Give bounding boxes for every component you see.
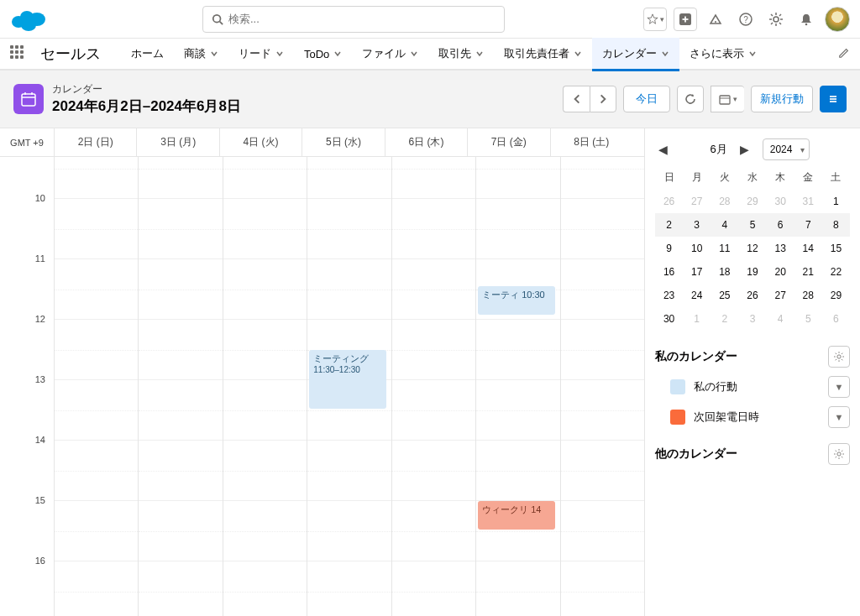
chevron-down-icon <box>574 50 582 58</box>
next-week-button[interactable] <box>590 86 616 112</box>
nav-item-8[interactable]: さらに表示 <box>679 38 767 70</box>
calendar-color-swatch <box>670 379 685 394</box>
app-launcher-icon[interactable] <box>10 45 27 62</box>
mini-day[interactable]: 24 <box>683 284 711 307</box>
salesforce-logo[interactable] <box>10 7 47 32</box>
edit-nav-icon[interactable] <box>838 47 850 61</box>
day-column-3[interactable]: ミーティング11:30–12:30 <box>307 157 391 616</box>
mini-day[interactable]: 29 <box>822 284 850 307</box>
mini-day[interactable]: 16 <box>655 260 683 284</box>
nav-item-1[interactable]: 商談 <box>174 38 228 70</box>
svg-line-39 <box>836 359 836 360</box>
calendar-item-menu[interactable]: ▼ <box>828 406 850 428</box>
nav-item-6[interactable]: 取引先責任者 <box>494 38 592 70</box>
svg-line-20 <box>771 23 773 24</box>
calendar-event[interactable]: ミーティング11:30–12:30 <box>309 350 385 409</box>
my-calendars-settings[interactable] <box>828 346 850 368</box>
mini-day[interactable]: 6 <box>767 213 794 237</box>
mini-day[interactable]: 11 <box>711 237 738 260</box>
mini-day[interactable]: 6 <box>822 307 850 331</box>
mini-day[interactable]: 3 <box>683 213 711 237</box>
new-event-button[interactable]: 新規行動 <box>751 86 813 112</box>
notifications-bell-icon[interactable] <box>794 8 818 31</box>
mini-day[interactable]: 4 <box>767 307 794 331</box>
svg-line-46 <box>836 451 836 452</box>
today-button[interactable]: 今日 <box>623 86 670 112</box>
prev-week-button[interactable] <box>563 86 590 112</box>
chevron-down-icon <box>748 50 757 58</box>
nav-item-0[interactable]: ホーム <box>121 38 174 70</box>
svg-point-32 <box>837 355 841 358</box>
other-calendars-settings[interactable] <box>828 443 850 465</box>
mini-day[interactable]: 27 <box>767 284 794 307</box>
calendar-event[interactable]: ミーティ 10:30 <box>478 286 554 315</box>
user-avatar[interactable] <box>825 7 850 32</box>
nav-item-7[interactable]: カレンダー <box>592 38 679 70</box>
add-button[interactable] <box>674 8 697 31</box>
global-search[interactable] <box>202 6 505 33</box>
mini-day[interactable]: 5 <box>794 307 822 331</box>
mini-day[interactable]: 2 <box>711 307 738 331</box>
mini-day[interactable]: 2 <box>655 213 683 237</box>
nav-item-5[interactable]: 取引先 <box>428 38 494 70</box>
day-column-1[interactable] <box>138 157 222 616</box>
mini-day[interactable]: 19 <box>738 260 766 284</box>
side-panel-toggle[interactable] <box>820 86 847 112</box>
mini-day[interactable]: 1 <box>822 190 850 213</box>
refresh-button[interactable] <box>677 86 704 112</box>
calendar-entity-icon <box>13 84 44 114</box>
mini-day[interactable]: 10 <box>683 237 711 260</box>
mini-day[interactable]: 17 <box>683 260 711 284</box>
mini-day[interactable]: 4 <box>711 213 738 237</box>
favorites-button[interactable]: ▾ <box>643 8 667 31</box>
nav-item-3[interactable]: ToDo <box>294 38 352 70</box>
guidance-icon[interactable] <box>704 8 727 31</box>
mini-prev-month[interactable]: ◀ <box>655 142 670 157</box>
time-label-11: 11 <box>35 253 45 264</box>
day-column-0[interactable] <box>54 157 138 616</box>
mini-day[interactable]: 15 <box>822 237 850 260</box>
mini-day[interactable]: 21 <box>794 260 822 284</box>
mini-day[interactable]: 26 <box>738 284 766 307</box>
help-icon[interactable]: ? <box>734 8 758 31</box>
mini-day[interactable]: 27 <box>683 190 711 213</box>
calendar-item-menu[interactable]: ▼ <box>828 376 850 398</box>
mini-day[interactable]: 31 <box>794 190 822 213</box>
calendar-event[interactable]: ウィークリ 14 <box>478 501 554 530</box>
mini-day[interactable]: 26 <box>655 190 683 213</box>
mini-day[interactable]: 14 <box>794 237 822 260</box>
nav-item-4[interactable]: ファイル <box>352 38 428 70</box>
mini-day[interactable]: 28 <box>711 190 738 213</box>
mini-day[interactable]: 5 <box>738 213 766 237</box>
mini-day[interactable]: 1 <box>683 307 711 331</box>
mini-day[interactable]: 29 <box>738 190 766 213</box>
day-column-4[interactable] <box>391 157 475 616</box>
mini-day[interactable]: 30 <box>655 307 683 331</box>
mini-day[interactable]: 12 <box>738 237 766 260</box>
year-selector[interactable]: 2024 <box>763 138 810 160</box>
mini-next-month[interactable]: ▶ <box>737 142 752 157</box>
mini-day[interactable]: 28 <box>794 284 822 307</box>
mini-day[interactable]: 18 <box>711 260 738 284</box>
mini-day[interactable]: 30 <box>767 190 794 213</box>
svg-line-5 <box>220 21 223 24</box>
day-column-2[interactable] <box>223 157 307 616</box>
mini-day[interactable]: 3 <box>738 307 766 331</box>
time-label-15: 15 <box>35 495 45 505</box>
mini-day[interactable]: 22 <box>822 260 850 284</box>
mini-day[interactable]: 9 <box>655 237 683 260</box>
search-input[interactable] <box>228 13 496 25</box>
mini-day[interactable]: 25 <box>711 284 738 307</box>
day-column-5[interactable]: ミーティ 10:30ウィークリ 14 <box>475 157 559 616</box>
setup-gear-icon[interactable] <box>764 8 788 31</box>
time-label-10: 10 <box>35 193 45 203</box>
mini-day[interactable]: 7 <box>794 213 822 237</box>
nav-item-2[interactable]: リード <box>228 38 294 70</box>
view-switcher-button[interactable]: ▾ <box>711 86 744 112</box>
mini-day[interactable]: 13 <box>767 237 794 260</box>
mini-day[interactable]: 8 <box>822 213 850 237</box>
mini-day[interactable]: 20 <box>767 260 794 284</box>
mini-day[interactable]: 23 <box>655 284 683 307</box>
day-column-6[interactable] <box>560 157 644 616</box>
app-name: セールス <box>40 44 101 64</box>
